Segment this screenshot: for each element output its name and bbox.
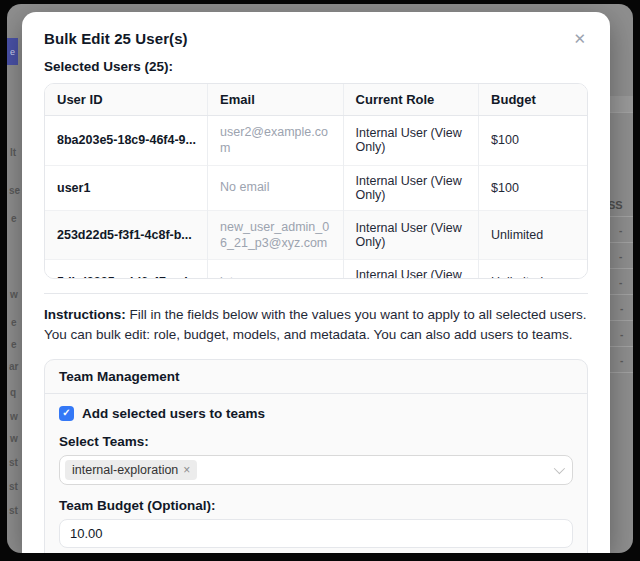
background-text-fragment: se xyxy=(9,186,20,196)
chevron-down-icon xyxy=(554,462,565,473)
background-text-fragment: e xyxy=(11,340,17,350)
team-tag-label: internal-exploration xyxy=(72,463,178,477)
cell-user-id: 5dbd2335-cdd6-47ca-b... xyxy=(45,260,208,280)
table-header-row: User ID Email Current Role Budget xyxy=(45,84,587,116)
background-column-header-fragment: SS xyxy=(608,200,623,211)
background-row-line xyxy=(608,112,633,113)
cell-user-id: user1 xyxy=(45,165,208,210)
cell-user-id: 8ba203e5-18c9-46f4-9... xyxy=(45,116,208,166)
background-row-line xyxy=(608,372,633,373)
column-header-user-id: User ID xyxy=(45,84,208,116)
column-header-current-role: Current Role xyxy=(343,84,479,116)
team-budget-label: Team Budget (Optional): xyxy=(59,498,573,513)
instructions-lead: Instructions: xyxy=(44,307,126,322)
background-text-fragment: e xyxy=(11,214,17,224)
background-text-fragment: st xyxy=(9,458,18,468)
close-icon[interactable]: ✕ xyxy=(571,29,588,48)
add-users-checkbox-label: Add selected users to teams xyxy=(82,406,265,421)
cell-email: new_user_admin_06_21_p3@xyz.com xyxy=(208,210,344,260)
checkbox-checked-icon[interactable]: ✓ xyxy=(59,406,74,421)
background-cell-fragment: - xyxy=(619,278,622,288)
table-row: 253d22d5-f3f1-4c8f-b... new_user_admin_0… xyxy=(45,210,587,260)
check-icon: ✓ xyxy=(62,408,70,418)
modal-title: Bulk Edit 25 User(s) xyxy=(44,30,188,47)
add-users-to-teams-checkbox-row[interactable]: ✓ Add selected users to teams xyxy=(59,406,573,421)
background-text-fragment: w xyxy=(10,290,18,300)
background-text-fragment: w xyxy=(10,434,18,444)
cell-user-id: 253d22d5-f3f1-4c8f-b... xyxy=(45,210,208,260)
background-row-line xyxy=(608,268,633,269)
cell-email: No email xyxy=(208,165,344,210)
section-divider xyxy=(44,293,588,294)
cell-budget: Unlimited xyxy=(479,210,587,260)
team-budget-input[interactable] xyxy=(59,519,573,548)
background-text-fragment: st xyxy=(9,506,18,516)
background-table-header-fragment xyxy=(608,96,633,112)
window-backdrop: e lt se e w e e ar q w w st st st SS - -… xyxy=(7,4,633,553)
selected-users-label: Selected Users (25): xyxy=(44,59,588,74)
cell-email: inter xyxy=(208,260,344,280)
column-header-budget: Budget xyxy=(479,84,587,116)
background-row-line xyxy=(608,294,633,295)
cell-role: Internal User (View Only) xyxy=(343,165,479,210)
cell-role: Internal User (View Only) xyxy=(343,260,479,280)
background-row-line xyxy=(608,320,633,321)
background-row-line xyxy=(608,242,633,243)
table-row: user1 No email Internal User (View Only)… xyxy=(45,165,587,210)
column-header-email: Email xyxy=(208,84,344,116)
bulk-edit-users-modal: Bulk Edit 25 User(s) ✕ Selected Users (2… xyxy=(22,12,610,553)
select-teams-dropdown[interactable]: internal-exploration × xyxy=(59,455,573,485)
cell-budget: Unlimited xyxy=(479,260,587,280)
background-text-fragment: e xyxy=(11,318,17,328)
background-text-fragment: lt xyxy=(10,148,16,158)
table-row: 5dbd2335-cdd6-47ca-b... inter Internal U… xyxy=(45,260,587,280)
table-row: 8ba203e5-18c9-46f4-9... user2@example.co… xyxy=(45,116,587,166)
background-row-line xyxy=(608,346,633,347)
background-row-line xyxy=(608,216,633,217)
background-cell-fragment: - xyxy=(620,356,623,366)
select-teams-label: Select Teams: xyxy=(59,434,573,449)
selected-team-tag: internal-exploration × xyxy=(65,460,197,480)
selected-users-table: User ID Email Current Role Budget 8ba203… xyxy=(45,84,587,279)
team-management-title: Team Management xyxy=(45,360,587,394)
background-cell-fragment: - xyxy=(619,252,622,262)
background-text-fragment: q xyxy=(10,388,16,398)
team-management-card: Team Management ✓ Add selected users to … xyxy=(44,359,588,554)
background-text-fragment: w xyxy=(10,412,18,422)
modal-header: Bulk Edit 25 User(s) ✕ xyxy=(44,30,588,48)
background-text-fragment: st xyxy=(9,482,18,492)
cell-budget: $100 xyxy=(479,116,587,166)
cell-role: Internal User (View Only) xyxy=(343,210,479,260)
team-management-body: ✓ Add selected users to teams Select Tea… xyxy=(45,394,587,554)
background-text-fragment: ar xyxy=(9,362,18,372)
background-cell-fragment: - xyxy=(620,330,623,340)
cell-email: user2@example.com xyxy=(208,116,344,166)
instructions-text: Instructions: Fill in the fields below w… xyxy=(44,305,588,346)
remove-tag-icon[interactable]: × xyxy=(183,464,190,476)
background-cell-fragment: - xyxy=(620,304,623,314)
cell-role: Internal User (View Only) xyxy=(343,116,479,166)
background-blue-button-fragment: e xyxy=(7,38,18,65)
instructions-body: Fill in the fields below with the values… xyxy=(44,307,587,342)
selected-users-table-scroll[interactable]: User ID Email Current Role Budget 8ba203… xyxy=(44,83,588,279)
background-cell-fragment: - xyxy=(619,226,622,236)
cell-budget: $100 xyxy=(479,165,587,210)
